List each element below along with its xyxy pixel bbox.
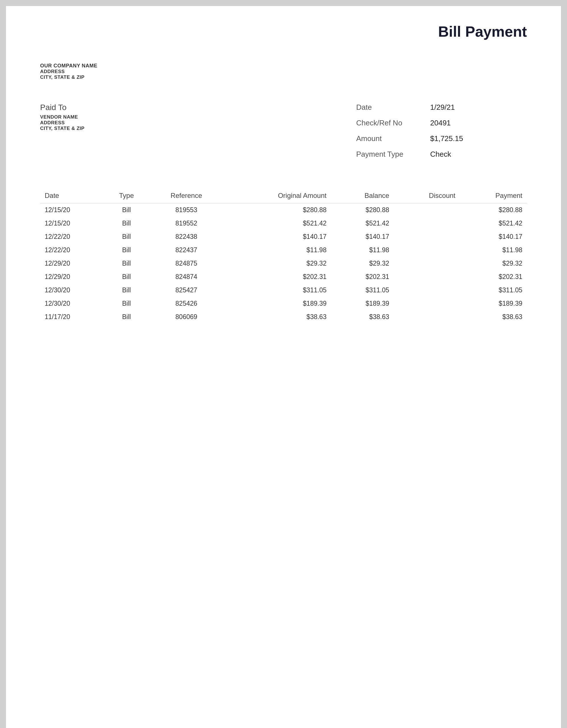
company-info: OUR COMPANY NAME ADDRESS CITY, STATE & Z… <box>40 63 527 80</box>
cell-discount <box>394 284 460 297</box>
company-name: OUR COMPANY NAME <box>40 63 527 69</box>
table-row: 12/30/20Bill825427$311.05$311.05$311.05 <box>40 284 527 297</box>
date-value: 1/29/21 <box>430 103 455 112</box>
cell-type: Bill <box>104 310 149 324</box>
table-row: 11/17/20Bill806069$38.63$38.63$38.63 <box>40 310 527 324</box>
cell-balance: $11.98 <box>331 243 394 257</box>
vendor-name: VENDOR NAME <box>40 114 356 120</box>
payment-type-row: Payment Type Check <box>356 150 527 159</box>
cell-reference: 822438 <box>149 230 224 243</box>
cell-discount <box>394 243 460 257</box>
header: Bill Payment <box>40 23 527 40</box>
cell-original-amount: $11.98 <box>224 243 331 257</box>
check-ref-value: 20491 <box>430 119 451 127</box>
col-date: Date <box>40 188 104 203</box>
cell-balance: $202.31 <box>331 270 394 284</box>
cell-discount <box>394 203 460 217</box>
vendor-address: ADDRESS <box>40 120 356 126</box>
cell-type: Bill <box>104 297 149 310</box>
cell-original-amount: $29.32 <box>224 257 331 270</box>
cell-type: Bill <box>104 270 149 284</box>
cell-discount <box>394 257 460 270</box>
vendor-city: CITY, STATE & ZIP <box>40 126 356 131</box>
cell-balance: $521.42 <box>331 217 394 230</box>
cell-payment: $189.39 <box>460 297 527 310</box>
table-row: 12/15/20Bill819552$521.42$521.42$521.42 <box>40 217 527 230</box>
cell-date: 12/15/20 <box>40 217 104 230</box>
table-row: 12/22/20Bill822438$140.17$140.17$140.17 <box>40 230 527 243</box>
cell-balance: $29.32 <box>331 257 394 270</box>
col-type: Type <box>104 188 149 203</box>
cell-discount <box>394 217 460 230</box>
table-row: 12/15/20Bill819553$280.88$280.88$280.88 <box>40 203 527 217</box>
cell-balance: $140.17 <box>331 230 394 243</box>
cell-balance: $189.39 <box>331 297 394 310</box>
cell-reference: 822437 <box>149 243 224 257</box>
cell-reference: 824875 <box>149 257 224 270</box>
cell-original-amount: $140.17 <box>224 230 331 243</box>
cell-type: Bill <box>104 284 149 297</box>
table-row: 12/30/20Bill825426$189.39$189.39$189.39 <box>40 297 527 310</box>
payment-type-label: Payment Type <box>356 150 430 159</box>
cell-type: Bill <box>104 230 149 243</box>
cell-balance: $280.88 <box>331 203 394 217</box>
company-address: ADDRESS <box>40 69 527 75</box>
amount-label: Amount <box>356 134 430 143</box>
page: Bill Payment OUR COMPANY NAME ADDRESS CI… <box>6 6 561 728</box>
cell-date: 12/30/20 <box>40 297 104 310</box>
cell-original-amount: $38.63 <box>224 310 331 324</box>
cell-type: Bill <box>104 217 149 230</box>
col-payment: Payment <box>460 188 527 203</box>
cell-payment: $202.31 <box>460 270 527 284</box>
date-label: Date <box>356 103 430 112</box>
cell-reference: 825426 <box>149 297 224 310</box>
paid-to: Paid To VENDOR NAME ADDRESS CITY, STATE … <box>40 103 356 166</box>
cell-date: 11/17/20 <box>40 310 104 324</box>
cell-original-amount: $202.31 <box>224 270 331 284</box>
cell-discount <box>394 310 460 324</box>
cell-original-amount: $189.39 <box>224 297 331 310</box>
date-row: Date 1/29/21 <box>356 103 527 112</box>
cell-discount <box>394 230 460 243</box>
col-balance: Balance <box>331 188 394 203</box>
cell-original-amount: $521.42 <box>224 217 331 230</box>
bills-table: Date Type Reference Original Amount Bala… <box>40 188 527 324</box>
cell-payment: $521.42 <box>460 217 527 230</box>
paid-to-label: Paid To <box>40 103 356 112</box>
amount-row: Amount $1,725.15 <box>356 134 527 143</box>
cell-original-amount: $311.05 <box>224 284 331 297</box>
cell-balance: $311.05 <box>331 284 394 297</box>
col-discount: Discount <box>394 188 460 203</box>
cell-payment: $311.05 <box>460 284 527 297</box>
table-row: 12/29/20Bill824875$29.32$29.32$29.32 <box>40 257 527 270</box>
cell-balance: $38.63 <box>331 310 394 324</box>
cell-reference: 824874 <box>149 270 224 284</box>
cell-type: Bill <box>104 243 149 257</box>
cell-payment: $140.17 <box>460 230 527 243</box>
check-ref-row: Check/Ref No 20491 <box>356 119 527 127</box>
check-ref-label: Check/Ref No <box>356 119 430 127</box>
page-title: Bill Payment <box>438 23 527 40</box>
cell-payment: $11.98 <box>460 243 527 257</box>
cell-date: 12/29/20 <box>40 270 104 284</box>
billing-section: Paid To VENDOR NAME ADDRESS CITY, STATE … <box>40 103 527 166</box>
cell-reference: 806069 <box>149 310 224 324</box>
cell-payment: $29.32 <box>460 257 527 270</box>
table-row: 12/29/20Bill824874$202.31$202.31$202.31 <box>40 270 527 284</box>
cell-date: 12/22/20 <box>40 230 104 243</box>
company-city: CITY, STATE & ZIP <box>40 75 527 80</box>
payment-type-value: Check <box>430 150 451 159</box>
cell-reference: 825427 <box>149 284 224 297</box>
cell-original-amount: $280.88 <box>224 203 331 217</box>
cell-date: 12/29/20 <box>40 257 104 270</box>
table-row: 12/22/20Bill822437$11.98$11.98$11.98 <box>40 243 527 257</box>
cell-date: 12/15/20 <box>40 203 104 217</box>
col-reference: Reference <box>149 188 224 203</box>
payment-details: Date 1/29/21 Check/Ref No 20491 Amount $… <box>356 103 527 166</box>
amount-value: $1,725.15 <box>430 134 463 143</box>
table-section: Date Type Reference Original Amount Bala… <box>40 188 527 324</box>
cell-reference: 819552 <box>149 217 224 230</box>
cell-discount <box>394 270 460 284</box>
table-header-row: Date Type Reference Original Amount Bala… <box>40 188 527 203</box>
cell-reference: 819553 <box>149 203 224 217</box>
